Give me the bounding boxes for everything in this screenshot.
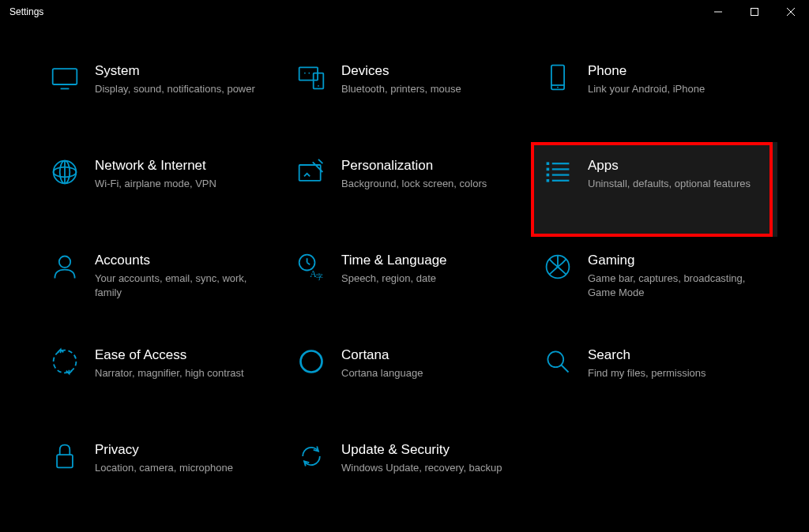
system-icon: [49, 62, 81, 93]
category-title: Phone: [588, 63, 766, 79]
svg-point-13: [557, 87, 559, 88]
category-text: Apps Uninstall, defaults, optional featu…: [588, 156, 766, 191]
settings-grid: System Display, sound, notifications, po…: [38, 47, 777, 521]
category-privacy[interactable]: Privacy Location, camera, microphone: [38, 426, 284, 521]
svg-line-32: [307, 263, 310, 265]
category-system[interactable]: System Display, sound, notifications, po…: [38, 47, 284, 142]
category-desc: Display, sound, notifications, power: [95, 82, 273, 96]
category-title: Time & Language: [341, 253, 520, 268]
svg-rect-27: [547, 179, 550, 182]
time-language-icon: A字: [295, 251, 327, 283]
svg-line-20: [318, 159, 322, 163]
network-icon: [49, 156, 81, 188]
category-text: System Display, sound, notifications, po…: [95, 62, 273, 96]
category-text: Network & Internet Wi-Fi, airplane mode,…: [95, 156, 273, 191]
close-button[interactable]: [773, 0, 809, 24]
svg-rect-25: [547, 174, 550, 177]
svg-point-8: [318, 85, 319, 87]
svg-rect-40: [57, 455, 73, 467]
category-desc: Link your Android, iPhone: [588, 82, 766, 96]
category-title: Network & Internet: [95, 158, 273, 174]
svg-line-39: [562, 365, 569, 373]
category-desc: Bluetooth, printers, mouse: [341, 82, 520, 96]
category-desc: Speech, region, date: [341, 272, 520, 286]
category-desc: Location, camera, microphone: [95, 461, 273, 475]
category-text: Search Find my files, permissions: [588, 346, 766, 380]
window-controls: [700, 0, 809, 24]
category-search[interactable]: Search Find my files, permissions: [531, 332, 777, 426]
minimize-button[interactable]: [700, 0, 736, 24]
category-title: Update & Security: [341, 442, 520, 458]
personalization-icon: [295, 156, 327, 188]
window-title: Settings: [9, 6, 43, 17]
category-time-language[interactable]: A字 Time & Language Speech, region, date: [284, 237, 531, 332]
category-network[interactable]: Network & Internet Wi-Fi, airplane mode,…: [38, 142, 284, 237]
category-desc: Find my files, permissions: [588, 366, 766, 380]
svg-point-38: [547, 351, 563, 367]
category-text: Gaming Game bar, captures, broadcasting,…: [588, 251, 766, 300]
category-desc: Game bar, captures, broadcasting, Game M…: [588, 272, 766, 300]
category-cortana[interactable]: Cortana Cortana language: [284, 332, 531, 426]
category-title: Ease of Access: [95, 347, 273, 363]
category-desc: Wi-Fi, airplane mode, VPN: [95, 177, 273, 191]
category-desc: Uninstall, defaults, optional features: [588, 177, 766, 191]
category-title: Accounts: [95, 253, 273, 268]
category-title: Cortana: [341, 347, 520, 363]
cortana-icon: [295, 346, 327, 377]
svg-point-9: [304, 73, 306, 74]
svg-rect-21: [547, 162, 550, 165]
svg-rect-4: [53, 69, 77, 84]
category-desc: Your accounts, email, sync, work, family: [95, 272, 273, 300]
privacy-icon: [49, 440, 81, 472]
category-text: Devices Bluetooth, printers, mouse: [341, 62, 520, 96]
update-security-icon: [295, 440, 327, 472]
category-title: Gaming: [588, 253, 766, 268]
accounts-icon: [49, 251, 81, 283]
category-devices[interactable]: Devices Bluetooth, printers, mouse: [284, 47, 531, 142]
category-gaming[interactable]: Gaming Game bar, captures, broadcasting,…: [531, 237, 777, 332]
category-title: Personalization: [341, 158, 520, 174]
category-text: Time & Language Speech, region, date: [341, 251, 520, 286]
category-accounts[interactable]: Accounts Your accounts, email, sync, wor…: [38, 237, 284, 332]
settings-content: System Display, sound, notifications, po…: [0, 24, 809, 532]
category-desc: Windows Update, recovery, backup: [341, 461, 520, 475]
category-text: Privacy Location, camera, microphone: [95, 440, 273, 475]
svg-rect-23: [547, 168, 550, 171]
apps-icon: [542, 156, 574, 188]
gaming-icon: [542, 251, 574, 283]
search-icon: [542, 346, 574, 377]
category-desc: Cortana language: [341, 366, 520, 380]
svg-text:字: 字: [316, 273, 323, 281]
svg-point-37: [301, 351, 322, 373]
ease-of-access-icon: [49, 346, 81, 377]
svg-point-36: [54, 350, 77, 373]
category-text: Phone Link your Android, iPhone: [588, 62, 766, 96]
category-text: Personalization Background, lock screen,…: [341, 156, 520, 191]
category-apps[interactable]: Apps Uninstall, defaults, optional featu…: [531, 142, 777, 237]
category-ease-of-access[interactable]: Ease of Access Narrator, magnifier, high…: [38, 332, 284, 426]
category-phone[interactable]: Phone Link your Android, iPhone: [531, 47, 777, 142]
svg-point-10: [308, 73, 310, 74]
svg-point-29: [59, 257, 70, 268]
titlebar: Settings: [0, 0, 809, 24]
category-title: Privacy: [95, 442, 273, 458]
category-title: Search: [588, 347, 766, 363]
category-personalization[interactable]: Personalization Background, lock screen,…: [284, 142, 531, 237]
category-update-security[interactable]: Update & Security Windows Update, recove…: [284, 426, 531, 521]
category-text: Ease of Access Narrator, magnifier, high…: [95, 346, 273, 380]
category-title: System: [95, 63, 273, 79]
devices-icon: [295, 62, 327, 93]
phone-icon: [542, 62, 574, 93]
maximize-button[interactable]: [736, 0, 773, 24]
category-title: Apps: [588, 158, 766, 174]
category-desc: Background, lock screen, colors: [341, 177, 520, 191]
svg-rect-1: [751, 9, 758, 16]
category-text: Cortana Cortana language: [341, 346, 520, 380]
category-text: Update & Security Windows Update, recove…: [341, 440, 520, 475]
category-desc: Narrator, magnifier, high contrast: [95, 366, 273, 380]
category-title: Devices: [341, 63, 520, 79]
category-text: Accounts Your accounts, email, sync, wor…: [95, 251, 273, 300]
